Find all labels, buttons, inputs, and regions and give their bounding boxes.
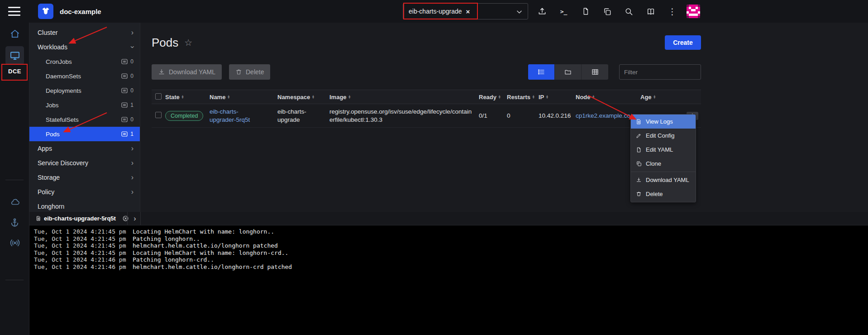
log-tab-close-button[interactable]	[122, 215, 129, 222]
cloud-icon	[10, 197, 20, 207]
file-button[interactable]	[580, 6, 591, 17]
log-tab[interactable]: eib-charts-upgrader-5rq5t	[36, 215, 129, 222]
namespace-chip: eib-charts-upgrade ×	[409, 8, 470, 15]
select-all-checkbox[interactable]	[155, 93, 162, 100]
sort-icon	[228, 95, 229, 99]
search-button[interactable]	[624, 6, 634, 17]
cloud-button[interactable]	[0, 197, 29, 207]
download-yaml-button[interactable]: Download YAML	[152, 64, 222, 80]
chevron-down-icon[interactable]	[516, 10, 522, 14]
user-avatar[interactable]	[687, 5, 700, 18]
sidebar-item-service-discovery[interactable]: Service Discovery ›	[29, 156, 140, 170]
sort-icon	[312, 95, 314, 99]
rail-divider	[5, 180, 24, 180]
sidebar-item-apps[interactable]: Apps ›	[29, 141, 140, 156]
resource-count-icon	[121, 59, 128, 64]
sidebar-item-daemonsets[interactable]: DaemonSets 0	[29, 69, 140, 83]
bulk-actions-toolbar: Download YAML Delete	[152, 64, 701, 80]
chevron-right-icon: ›	[131, 145, 134, 152]
sidebar-item-deployments[interactable]: Deployments 0	[29, 83, 140, 98]
clone-icon	[636, 161, 642, 167]
page-title: Pods	[152, 36, 178, 50]
row-context-menu: View Logs Edit Config Edit YAML Clone Do…	[630, 114, 696, 202]
table-icon	[591, 68, 599, 76]
list-view-toggle[interactable]	[528, 64, 555, 80]
group-view-toggle[interactable]	[555, 64, 582, 80]
sidebar-item-policy[interactable]: Policy ›	[29, 185, 140, 199]
menu-item-edit-config[interactable]: Edit Config	[631, 129, 696, 143]
sidebar-item-storage[interactable]: Storage ›	[29, 170, 140, 185]
header-kebab-button[interactable]: ⋮	[667, 6, 677, 17]
filter-input[interactable]	[619, 64, 701, 80]
view-toggle-group	[528, 64, 608, 80]
harbor-button[interactable]	[0, 217, 29, 228]
chevron-down-icon: ›	[129, 46, 136, 48]
delete-button[interactable]: Delete	[229, 64, 270, 80]
network-button[interactable]	[0, 238, 29, 248]
node-link[interactable]: cp1rke2.example.co	[576, 112, 630, 119]
top-bar: doc-example eib-charts-upgrade × >_ ⋮	[0, 0, 868, 23]
trash-icon	[636, 191, 642, 197]
column-header-ready[interactable]: Ready	[479, 94, 507, 100]
create-button[interactable]: Create	[665, 35, 701, 50]
favorite-star-icon[interactable]: ☆	[184, 37, 192, 48]
monitor-icon	[10, 50, 20, 61]
sidebar-item-cluster[interactable]: Cluster ›	[29, 25, 140, 40]
column-header-node[interactable]: Node	[576, 94, 640, 100]
sort-icon	[533, 95, 534, 99]
column-header-name[interactable]: Name	[210, 94, 277, 100]
import-yaml-button[interactable]	[537, 6, 547, 17]
resource-count-icon	[121, 73, 128, 79]
grid-view-toggle[interactable]	[582, 64, 608, 80]
chip-remove-icon[interactable]: ×	[466, 8, 470, 15]
column-header-ip[interactable]: IP	[539, 94, 576, 100]
pod-name-link[interactable]: eib-charts-upgrader-5rq5t	[210, 108, 259, 124]
log-output[interactable]: Tue, Oct 1 2024 4:21:45 pmLocating HelmC…	[29, 225, 868, 335]
sort-icon	[499, 95, 501, 99]
sort-icon	[654, 95, 656, 99]
kubectl-shell-button[interactable]: >_	[558, 6, 569, 17]
tab-divider	[140, 212, 141, 225]
sidebar-item-cronjobs[interactable]: CronJobs 0	[29, 54, 140, 69]
menu-item-clone[interactable]: Clone	[631, 157, 696, 171]
restarts-cell: 0	[507, 112, 539, 119]
namespace-filter[interactable]: eib-charts-upgrade ×	[403, 3, 528, 19]
sidebar-item-workloads[interactable]: Workloads ›	[29, 40, 140, 54]
sort-icon	[182, 95, 184, 99]
namespace-chip-label: eib-charts-upgrade	[409, 8, 462, 15]
column-header-image[interactable]: Image	[329, 94, 479, 100]
cluster-manager-button[interactable]	[5, 46, 24, 65]
avatar-pixel-art	[687, 5, 700, 18]
chevron-right-icon: ›	[131, 29, 134, 36]
anchor-icon	[10, 217, 20, 228]
menu-item-edit-yaml[interactable]: Edit YAML	[631, 143, 696, 157]
column-header-restarts[interactable]: Restarts	[507, 94, 539, 100]
docs-button[interactable]	[645, 6, 656, 17]
log-tab-bar: eib-charts-upgrader-5rq5t ›	[29, 212, 868, 225]
sidebar-item-pods[interactable]: Pods 1	[29, 127, 140, 141]
sidebar-item-jobs[interactable]: Jobs 1	[29, 98, 140, 112]
log-line: Tue, Oct 1 2024 4:21:45 pmLocating HelmC…	[34, 249, 868, 257]
cluster-badge-dce[interactable]: DCE	[0, 68, 29, 75]
column-header-state[interactable]: State	[165, 94, 210, 100]
menu-item-delete[interactable]: Delete	[631, 187, 696, 201]
log-panel: eib-charts-upgrader-5rq5t › Tue, Oct 1 2…	[29, 212, 868, 335]
log-file-icon	[36, 215, 41, 221]
header-icon-group: >_ ⋮	[537, 6, 677, 17]
home-button[interactable]	[0, 29, 29, 39]
menu-item-download-yaml[interactable]: Download YAML	[631, 173, 696, 187]
panel-chevron-button[interactable]: ›	[130, 212, 140, 225]
circle-close-icon	[122, 215, 129, 222]
rancher-logo[interactable]	[38, 4, 53, 19]
log-line: Tue, Oct 1 2024 4:21:45 pmPatching longh…	[34, 235, 868, 243]
pencil-icon	[636, 133, 642, 139]
folder-icon	[564, 68, 572, 76]
row-checkbox[interactable]	[155, 112, 162, 118]
menu-item-view-logs[interactable]: View Logs	[631, 115, 696, 129]
copy-config-button[interactable]	[602, 6, 612, 17]
sidebar-item-statefulsets[interactable]: StatefulSets 0	[29, 112, 140, 127]
hamburger-menu-button[interactable]	[8, 7, 20, 16]
column-header-age[interactable]: Age	[640, 94, 701, 100]
column-header-namespace[interactable]: Namespace	[277, 94, 329, 100]
table-row[interactable]: Completed eib-charts-upgrader-5rq5t eib-…	[152, 104, 701, 128]
